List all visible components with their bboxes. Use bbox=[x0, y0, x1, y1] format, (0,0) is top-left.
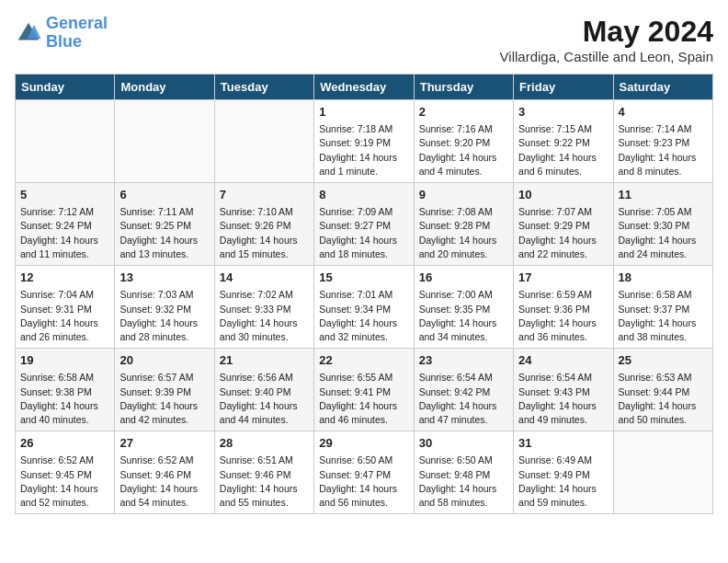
day-info: Sunrise: 6:52 AMSunset: 9:45 PMDaylight:… bbox=[20, 454, 109, 510]
header-row: SundayMondayTuesdayWednesdayThursdayFrid… bbox=[16, 75, 713, 100]
day-info: Sunrise: 7:15 AMSunset: 9:22 PMDaylight:… bbox=[518, 122, 608, 178]
day-number: 4 bbox=[619, 104, 708, 121]
day-info: Sunrise: 6:55 AMSunset: 9:41 PMDaylight:… bbox=[319, 371, 408, 427]
day-info: Sunrise: 7:04 AMSunset: 9:31 PMDaylight:… bbox=[20, 288, 109, 344]
day-info: Sunrise: 6:54 AMSunset: 9:42 PMDaylight:… bbox=[419, 371, 508, 427]
col-header-thursday: Thursday bbox=[414, 75, 513, 100]
day-info: Sunrise: 7:00 AMSunset: 9:35 PMDaylight:… bbox=[419, 288, 508, 344]
day-info: Sunrise: 6:53 AMSunset: 9:44 PMDaylight:… bbox=[619, 371, 708, 427]
day-info: Sunrise: 6:52 AMSunset: 9:46 PMDaylight:… bbox=[119, 454, 209, 510]
day-cell: 1Sunrise: 7:18 AMSunset: 9:19 PMDaylight… bbox=[314, 100, 414, 183]
day-number: 6 bbox=[119, 187, 209, 203]
day-number: 26 bbox=[20, 435, 109, 452]
day-info: Sunrise: 7:14 AMSunset: 9:23 PMDaylight:… bbox=[619, 122, 708, 178]
day-number: 5 bbox=[20, 187, 109, 203]
day-cell: 8Sunrise: 7:09 AMSunset: 9:27 PMDaylight… bbox=[314, 183, 414, 266]
day-number: 29 bbox=[319, 435, 408, 452]
day-number: 11 bbox=[619, 187, 708, 203]
day-info: Sunrise: 6:57 AMSunset: 9:39 PMDaylight:… bbox=[119, 371, 209, 427]
logo-text: General Blue bbox=[46, 15, 108, 52]
day-number: 18 bbox=[619, 270, 708, 286]
day-number: 10 bbox=[518, 187, 608, 203]
col-header-tuesday: Tuesday bbox=[214, 75, 313, 100]
day-number: 20 bbox=[119, 352, 209, 369]
day-cell: 9Sunrise: 7:08 AMSunset: 9:28 PMDaylight… bbox=[414, 183, 513, 266]
logo: General Blue bbox=[15, 15, 108, 52]
day-number: 31 bbox=[518, 435, 608, 452]
day-info: Sunrise: 7:01 AMSunset: 9:34 PMDaylight:… bbox=[319, 288, 408, 344]
day-cell: 18Sunrise: 6:58 AMSunset: 9:37 PMDayligh… bbox=[613, 266, 712, 349]
col-header-sunday: Sunday bbox=[16, 75, 115, 100]
day-number: 7 bbox=[220, 187, 309, 203]
day-cell: 14Sunrise: 7:02 AMSunset: 9:33 PMDayligh… bbox=[214, 266, 313, 349]
day-cell: 24Sunrise: 6:54 AMSunset: 9:43 PMDayligh… bbox=[514, 349, 613, 431]
day-cell: 5Sunrise: 7:12 AMSunset: 9:24 PMDaylight… bbox=[16, 183, 115, 266]
week-row-5: 26Sunrise: 6:52 AMSunset: 9:45 PMDayligh… bbox=[16, 431, 713, 514]
day-info: Sunrise: 7:09 AMSunset: 9:27 PMDaylight:… bbox=[319, 205, 408, 261]
day-info: Sunrise: 6:58 AMSunset: 9:37 PMDaylight:… bbox=[619, 288, 708, 344]
col-header-friday: Friday bbox=[514, 75, 613, 100]
day-number: 28 bbox=[220, 435, 309, 452]
day-info: Sunrise: 7:08 AMSunset: 9:28 PMDaylight:… bbox=[419, 205, 508, 261]
day-cell: 16Sunrise: 7:00 AMSunset: 9:35 PMDayligh… bbox=[414, 266, 513, 349]
day-info: Sunrise: 7:16 AMSunset: 9:20 PMDaylight:… bbox=[419, 122, 508, 178]
day-number: 21 bbox=[220, 352, 309, 369]
day-cell: 22Sunrise: 6:55 AMSunset: 9:41 PMDayligh… bbox=[314, 349, 414, 431]
day-cell bbox=[16, 100, 115, 183]
day-info: Sunrise: 6:58 AMSunset: 9:38 PMDaylight:… bbox=[20, 371, 109, 427]
day-number: 25 bbox=[619, 352, 708, 369]
day-info: Sunrise: 7:02 AMSunset: 9:33 PMDaylight:… bbox=[220, 288, 309, 344]
day-number: 16 bbox=[419, 270, 508, 286]
day-number: 19 bbox=[20, 352, 109, 369]
col-header-wednesday: Wednesday bbox=[314, 75, 414, 100]
week-row-2: 5Sunrise: 7:12 AMSunset: 9:24 PMDaylight… bbox=[16, 183, 713, 266]
day-cell: 12Sunrise: 7:04 AMSunset: 9:31 PMDayligh… bbox=[16, 266, 115, 349]
day-info: Sunrise: 7:18 AMSunset: 9:19 PMDaylight:… bbox=[319, 122, 408, 178]
day-info: Sunrise: 6:59 AMSunset: 9:36 PMDaylight:… bbox=[518, 288, 608, 344]
day-cell: 28Sunrise: 6:51 AMSunset: 9:46 PMDayligh… bbox=[214, 431, 313, 514]
col-header-saturday: Saturday bbox=[613, 75, 712, 100]
day-cell: 4Sunrise: 7:14 AMSunset: 9:23 PMDaylight… bbox=[613, 100, 712, 183]
day-number: 24 bbox=[518, 352, 608, 369]
day-number: 17 bbox=[518, 270, 608, 286]
day-number: 15 bbox=[319, 270, 408, 286]
day-info: Sunrise: 7:07 AMSunset: 9:29 PMDaylight:… bbox=[518, 205, 608, 261]
day-info: Sunrise: 6:50 AMSunset: 9:48 PMDaylight:… bbox=[419, 454, 508, 510]
day-cell: 27Sunrise: 6:52 AMSunset: 9:46 PMDayligh… bbox=[115, 431, 214, 514]
day-number: 13 bbox=[119, 270, 209, 286]
day-number: 22 bbox=[319, 352, 408, 369]
location: Villardiga, Castille and Leon, Spain bbox=[500, 49, 713, 64]
day-info: Sunrise: 7:12 AMSunset: 9:24 PMDaylight:… bbox=[20, 205, 109, 261]
day-cell: 26Sunrise: 6:52 AMSunset: 9:45 PMDayligh… bbox=[16, 431, 115, 514]
logo-general: General bbox=[46, 14, 108, 32]
day-cell: 3Sunrise: 7:15 AMSunset: 9:22 PMDaylight… bbox=[514, 100, 613, 183]
day-number: 1 bbox=[319, 104, 408, 121]
day-cell: 17Sunrise: 6:59 AMSunset: 9:36 PMDayligh… bbox=[514, 266, 613, 349]
day-cell: 19Sunrise: 6:58 AMSunset: 9:38 PMDayligh… bbox=[16, 349, 115, 431]
day-number: 30 bbox=[419, 435, 508, 452]
day-cell bbox=[214, 100, 313, 183]
day-cell bbox=[115, 100, 214, 183]
day-cell: 29Sunrise: 6:50 AMSunset: 9:47 PMDayligh… bbox=[314, 431, 414, 514]
week-row-4: 19Sunrise: 6:58 AMSunset: 9:38 PMDayligh… bbox=[16, 349, 713, 431]
day-cell: 11Sunrise: 7:05 AMSunset: 9:30 PMDayligh… bbox=[613, 183, 712, 266]
day-cell: 23Sunrise: 6:54 AMSunset: 9:42 PMDayligh… bbox=[414, 349, 513, 431]
day-info: Sunrise: 7:11 AMSunset: 9:25 PMDaylight:… bbox=[119, 205, 209, 261]
day-number: 14 bbox=[220, 270, 309, 286]
day-cell: 21Sunrise: 6:56 AMSunset: 9:40 PMDayligh… bbox=[214, 349, 313, 431]
day-number: 2 bbox=[419, 104, 508, 121]
day-info: Sunrise: 7:10 AMSunset: 9:26 PMDaylight:… bbox=[220, 205, 309, 261]
title-area: May 2024 Villardiga, Castille and Leon, … bbox=[500, 15, 713, 64]
week-row-1: 1Sunrise: 7:18 AMSunset: 9:19 PMDaylight… bbox=[16, 100, 713, 183]
day-cell: 30Sunrise: 6:50 AMSunset: 9:48 PMDayligh… bbox=[414, 431, 513, 514]
day-cell bbox=[613, 431, 712, 514]
month-title: May 2024 bbox=[500, 15, 713, 49]
day-cell: 20Sunrise: 6:57 AMSunset: 9:39 PMDayligh… bbox=[115, 349, 214, 431]
logo-blue: Blue bbox=[46, 32, 82, 51]
logo-icon bbox=[15, 19, 42, 47]
day-info: Sunrise: 7:05 AMSunset: 9:30 PMDaylight:… bbox=[619, 205, 708, 261]
day-number: 12 bbox=[20, 270, 109, 286]
day-cell: 7Sunrise: 7:10 AMSunset: 9:26 PMDaylight… bbox=[214, 183, 313, 266]
day-info: Sunrise: 7:03 AMSunset: 9:32 PMDaylight:… bbox=[119, 288, 209, 344]
day-number: 9 bbox=[419, 187, 508, 203]
